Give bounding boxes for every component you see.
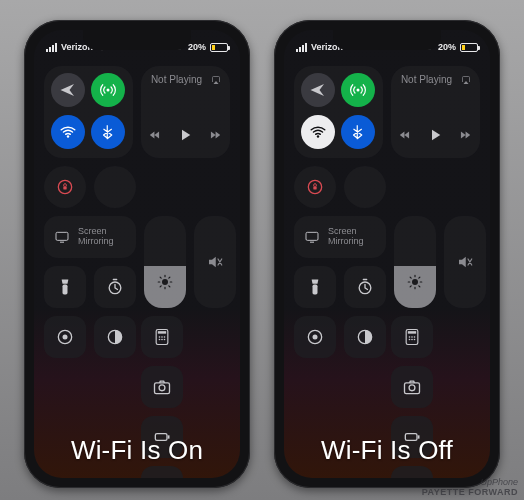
battery-percent: 20% [188,42,206,52]
now-playing-tile[interactable]: Not Playing [141,66,230,158]
now-playing-title: Not Playing [151,74,202,85]
screen-mirroring-tile[interactable]: Screen Mirroring [294,216,386,258]
volume-slider[interactable] [194,216,236,308]
volume-slider[interactable] [444,216,486,308]
next-track-button[interactable] [208,128,222,144]
wifi-toggle[interactable] [51,115,85,149]
bluetooth-toggle[interactable] [91,115,125,149]
screen: Verizon 20% [34,30,240,478]
signal-bars-icon [46,43,57,52]
airplane-mode-toggle[interactable] [51,73,85,107]
watermark: UpPhone PAYETTE FORWARD [422,478,518,498]
play-button[interactable] [426,126,444,146]
flashlight-button[interactable] [294,266,336,308]
connectivity-cluster [294,66,383,158]
battery-icon [460,43,478,52]
comparison-stage: Verizon 20% [0,0,524,488]
orientation-lock-toggle[interactable] [294,166,336,208]
do-not-disturb-toggle[interactable] [344,166,386,208]
watermark-line2: PAYETTE FORWARD [422,488,518,498]
screen-mirroring-label: Screen Mirroring [328,227,376,247]
calculator-button[interactable] [141,316,183,358]
flashlight-button[interactable] [44,266,86,308]
battery-icon [210,43,228,52]
orientation-lock-toggle[interactable] [44,166,86,208]
timer-button[interactable] [344,266,386,308]
caption-label: Wi-Fi Is On [34,435,240,466]
camera-button[interactable] [391,366,433,408]
notch [83,30,191,50]
airplay-icon[interactable] [210,74,222,86]
screen-mirroring-tile[interactable]: Screen Mirroring [44,216,136,258]
calculator-button[interactable] [391,316,433,358]
screen-mirroring-label: Screen Mirroring [78,227,126,247]
signal-bars-icon [296,43,307,52]
airplane-mode-toggle[interactable] [301,73,335,107]
prev-track-button[interactable] [148,128,162,144]
connectivity-cluster [44,66,133,158]
caption-label: Wi-Fi Is Off [284,435,490,466]
apple-tv-remote-button[interactable] [391,466,433,478]
phone-wifi-on: Verizon 20% [24,20,250,488]
airplay-icon[interactable] [460,74,472,86]
cellular-data-toggle[interactable] [91,73,125,107]
notch [333,30,441,50]
phone-wifi-off: Verizon LTE 20% [274,20,500,488]
watermark-line1: UpPhone [480,477,518,487]
wifi-toggle[interactable] [301,115,335,149]
battery-percent: 20% [438,42,456,52]
now-playing-tile[interactable]: Not Playing [391,66,480,158]
camera-button[interactable] [141,366,183,408]
next-track-button[interactable] [458,128,472,144]
play-button[interactable] [176,126,194,146]
timer-button[interactable] [94,266,136,308]
prev-track-button[interactable] [398,128,412,144]
screen: Verizon LTE 20% [284,30,490,478]
bluetooth-toggle[interactable] [341,115,375,149]
brightness-slider[interactable] [144,216,186,308]
do-not-disturb-toggle[interactable] [94,166,136,208]
brightness-slider[interactable] [394,216,436,308]
now-playing-title: Not Playing [401,74,452,85]
control-center: Not Playing [34,60,240,478]
cellular-data-toggle[interactable] [341,73,375,107]
control-center: Not Playing [284,60,490,478]
apple-tv-remote-button[interactable] [141,466,183,478]
